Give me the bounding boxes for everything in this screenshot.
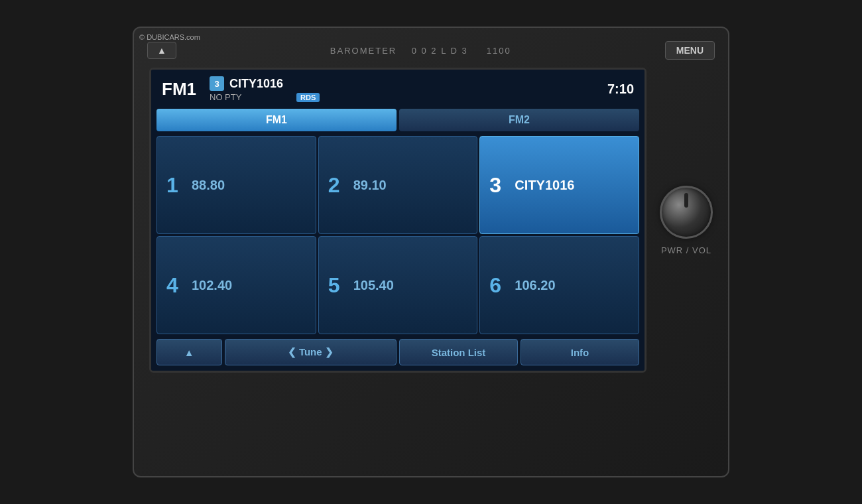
tab-bar: FM1 FM2 [151, 109, 645, 131]
preset-freq-3: CITY1016 [515, 178, 574, 193]
time-display: 7:10 [607, 82, 634, 97]
preset-num-5: 5 [328, 273, 344, 298]
preset-freq-1: 88.80 [192, 178, 225, 193]
volume-knob[interactable] [660, 186, 713, 239]
preset-4[interactable]: 4 102.40 [156, 236, 316, 334]
screen: FM1 3 CITY1016 NO PTY RDS 7:10 FM1 [151, 70, 645, 371]
right-panel: PWR / VOL [660, 186, 713, 255]
preset-grid: 1 88.80 2 89.10 3 CITY1016 4 102.40 [151, 134, 645, 336]
preset-freq-2: 89.10 [353, 178, 387, 193]
station-list-button[interactable]: Station List [399, 339, 518, 365]
barometer-display: BAROMETER 0 0 2 L D 3 1100 [176, 46, 665, 56]
screen-wrapper: FM1 3 CITY1016 NO PTY RDS 7:10 FM1 [149, 68, 646, 373]
preset-num-1: 1 [166, 173, 182, 198]
menu-button[interactable]: MENU [665, 41, 715, 60]
preset-6[interactable]: 6 106.20 [479, 236, 639, 334]
info-button[interactable]: Info [521, 339, 639, 365]
tune-button[interactable]: ❮ Tune ❯ [225, 339, 397, 365]
preset-3[interactable]: 3 CITY1016 [479, 136, 639, 234]
station-info: 3 CITY1016 NO PTY [210, 76, 283, 102]
screen-header: FM1 3 CITY1016 NO PTY RDS 7:10 [151, 70, 645, 106]
eject-button[interactable]: ▲ [147, 42, 176, 59]
preset-2[interactable]: 2 89.10 [318, 136, 478, 234]
preset-5[interactable]: 5 105.40 [318, 236, 478, 334]
band-label: FM1 [162, 79, 196, 99]
barometer-label: BAROMETER [330, 46, 397, 56]
station-badge: 3 [210, 76, 224, 91]
top-controls: ▲ BAROMETER 0 0 2 L D 3 1100 MENU [147, 41, 715, 60]
preset-num-6: 6 [489, 273, 505, 298]
preset-freq-5: 105.40 [353, 278, 394, 293]
watermark: © DUBICARS.com [139, 33, 200, 41]
bottom-controls: ▲ ❮ Tune ❯ Station List Info [151, 336, 645, 371]
rds-badge: RDS [296, 93, 320, 102]
preset-num-2: 2 [328, 173, 344, 198]
tab-fm1[interactable]: FM1 [156, 109, 397, 131]
preset-freq-4: 102.40 [192, 278, 232, 293]
barometer-value: 1100 [487, 46, 511, 56]
preset-num-4: 4 [166, 273, 182, 298]
pwr-vol-label: PWR / VOL [661, 245, 711, 255]
station-name-row: 3 CITY1016 [210, 76, 283, 91]
barometer-sublabel: 0 0 2 L D 3 [412, 46, 468, 56]
preset-num-3: 3 [489, 173, 505, 198]
tab-fm2[interactable]: FM2 [399, 109, 639, 131]
car-audio-unit: © DUBICARS.com ▲ BAROMETER 0 0 2 L D 3 1… [133, 27, 729, 477]
station-name: CITY1016 [229, 77, 283, 91]
station-pty: NO PTY [210, 92, 241, 102]
up-button[interactable]: ▲ [156, 339, 222, 365]
preset-1[interactable]: 1 88.80 [156, 136, 316, 234]
preset-freq-6: 106.20 [515, 278, 555, 293]
screen-row: FM1 3 CITY1016 NO PTY RDS 7:10 FM1 [149, 68, 713, 373]
